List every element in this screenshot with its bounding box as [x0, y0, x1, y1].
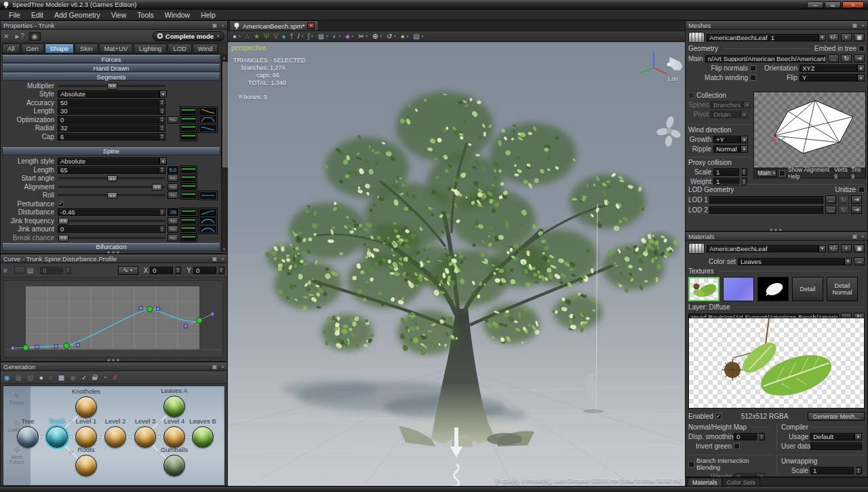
rotate-tool-icon[interactable]: ↺▼ [387, 33, 397, 40]
ring-icon[interactable]: ○ [49, 374, 53, 381]
menu-help[interactable]: Help [195, 10, 221, 20]
section-segments[interactable]: Segments [2, 73, 220, 81]
section-forces[interactable]: Forces [2, 55, 220, 63]
disturbance-badge[interactable]: .06 [167, 208, 178, 216]
radial-curve-widget[interactable] [199, 124, 217, 132]
node-edit-tool-icon[interactable]: ∴ [245, 33, 250, 40]
tab-shape[interactable]: Shape [45, 43, 74, 54]
seg-length-range-widget[interactable] [180, 107, 197, 115]
cap-spinner[interactable] [159, 133, 165, 140]
collection-checkbox[interactable] [688, 92, 694, 98]
diffuse-texture-thumbnail[interactable] [688, 277, 719, 301]
curve-y-spinner[interactable] [218, 267, 224, 274]
jink-amount-input[interactable]: 0 [58, 225, 159, 233]
node-level-3[interactable]: Level 3 [134, 426, 156, 448]
curve-index-spinner[interactable] [65, 267, 71, 274]
browse-mesh-button[interactable]: ... [828, 54, 839, 62]
close-panel-icon[interactable]: × [221, 364, 224, 370]
curve-filter-icon[interactable]: ≡ [3, 267, 7, 274]
unwrap-scale-spinner[interactable] [856, 467, 862, 474]
splitter-props-curve[interactable]: ●●● [107, 251, 121, 254]
light-gizmo-icon[interactable] [667, 57, 683, 71]
jink-amount-range-widget[interactable] [180, 225, 197, 233]
tab-lighting[interactable]: Lighting [134, 43, 167, 54]
tree-tool-icon[interactable]: ♠ [282, 33, 285, 40]
tab-all[interactable]: All [2, 43, 20, 54]
curve-index-field[interactable]: 0 [40, 267, 63, 274]
spine-length-spinner[interactable] [159, 166, 165, 174]
tab-skin[interactable]: Skin [75, 43, 98, 54]
tab-close-icon[interactable]: ✕ [307, 22, 315, 29]
duplicate-material-icon[interactable]: ▣ [854, 244, 865, 252]
leaf-tool-icon[interactable]: ★ [254, 33, 260, 40]
lod2-path[interactable] [709, 206, 823, 214]
multiplier-slider[interactable] [58, 85, 165, 87]
mesh-select[interactable]: AmericanBeechLeaf_1 [707, 34, 826, 41]
camera-mode-label[interactable]: perspective [231, 44, 266, 52]
flip-select[interactable]: Y [800, 74, 865, 81]
cap-range-widget[interactable] [180, 133, 197, 140]
roll-curve-widget[interactable] [199, 191, 217, 200]
curve-editor-plot[interactable] [3, 280, 223, 358]
float-panel-icon[interactable]: ▣ [212, 364, 218, 370]
properties-scrollbar[interactable] [221, 55, 226, 252]
node-level-4[interactable]: Level 4 [163, 426, 185, 448]
export-mesh-icon[interactable]: ⇥ [854, 54, 865, 62]
node-trunk[interactable]: Trunk [46, 426, 68, 448]
add-node-icon[interactable]: ◉ [4, 374, 10, 381]
radial-input[interactable]: 32 [58, 124, 159, 132]
start-angle-range-widget[interactable] [180, 174, 197, 182]
mesh-preview[interactable]: Main▼ Show Alignment Help Verts 9 Tris 9 [753, 92, 866, 178]
disturbance-curve-widget[interactable] [199, 208, 217, 216]
optimization-variance-button[interactable]: +/- [167, 116, 178, 124]
lod2-export-icon[interactable]: ⇥ [851, 206, 862, 214]
draw-spine-tool-icon[interactable]: /▼ [298, 33, 304, 40]
delete-node-icon[interactable]: ✗ [112, 374, 117, 381]
disturbance-spinner[interactable] [159, 208, 165, 216]
seg-length-curve-widget[interactable] [199, 107, 217, 115]
preview-main-select[interactable]: Main▼ [757, 170, 776, 177]
opacity-texture-thumbnail[interactable] [757, 277, 789, 301]
eye-icon[interactable]: ◉ [70, 374, 76, 381]
wind-gizmo-icon[interactable] [656, 115, 682, 147]
notes-tool-icon[interactable]: ▤▼ [413, 33, 424, 40]
radial-spinner[interactable] [159, 124, 165, 132]
start-angle-slider[interactable] [58, 177, 165, 179]
close-panel-icon[interactable]: × [861, 233, 865, 240]
pointer-tool-icon[interactable]: ●▼ [233, 33, 241, 40]
prune-tool-icon[interactable]: ✂▼ [358, 33, 368, 40]
cap-input[interactable]: 6 [58, 133, 159, 140]
normal-texture-thumbnail[interactable] [723, 277, 754, 301]
curve-layers-icon[interactable]: ▤ [27, 267, 33, 274]
tab-lod[interactable]: LOD [167, 43, 192, 54]
jink-frequency-variance-button[interactable]: +/- [167, 217, 178, 225]
generate-mesh-button[interactable]: Generate Mesh... [808, 412, 865, 421]
jink-amount-spinner[interactable] [159, 225, 165, 233]
reload-mesh-icon[interactable]: ↻ [841, 54, 852, 62]
section-spine[interactable]: Spine [2, 147, 220, 155]
proxy-scale-spinner[interactable] [741, 168, 747, 176]
accuracy-spinner[interactable] [159, 99, 165, 107]
curve-y-input[interactable]: 0 [193, 267, 216, 274]
material-select[interactable]: AmericanBeechLeaf [707, 245, 826, 252]
force-tool-icon[interactable]: ◐▼ [333, 33, 342, 40]
pick-help-icon[interactable]: ►? [14, 33, 24, 40]
color-set-apply-icon[interactable]: → [854, 257, 865, 265]
mode-button[interactable]: Complete mode▼ [153, 31, 224, 41]
lod2-reload-icon[interactable]: ↻ [838, 206, 849, 214]
close-button[interactable]: × [842, 1, 864, 8]
mesh-variance-button[interactable]: +/- [828, 33, 839, 41]
node-knotholes[interactable]: Knotholes [75, 396, 97, 418]
ungroup-nodes-icon[interactable]: ▧ [27, 374, 33, 381]
sphere-tool-icon[interactable]: ●▼ [401, 33, 410, 40]
lod1-browse-button[interactable]: ... [825, 195, 836, 204]
tab-gen[interactable]: Gen [21, 43, 44, 54]
add-mesh-button[interactable]: + [841, 33, 852, 41]
float-panel-icon[interactable]: ▣ [212, 256, 218, 262]
optimization-input[interactable]: 0 [58, 116, 159, 124]
optimization-range-widget[interactable] [180, 116, 197, 124]
main-mesh-path[interactable]: n/Art Support/American Beech/AmericanBee… [705, 55, 826, 62]
menu-view[interactable]: View [106, 10, 132, 20]
bib-checkbox[interactable] [688, 461, 694, 468]
node-leaves-b[interactable]: Leaves B [192, 426, 214, 448]
